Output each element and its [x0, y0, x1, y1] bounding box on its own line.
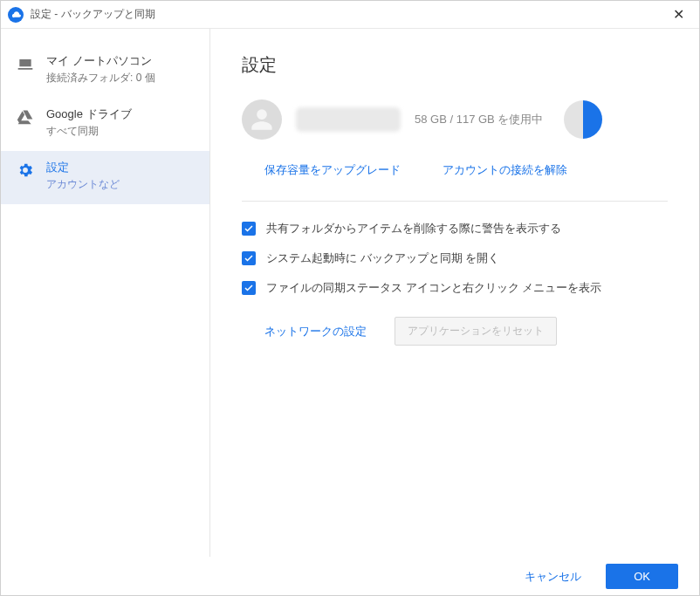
sidebar-item-label: Google ドライブ	[46, 106, 132, 122]
ok-button[interactable]: OK	[606, 564, 678, 589]
storage-pie-icon	[564, 100, 602, 139]
checkbox-open-on-start[interactable]	[242, 251, 256, 265]
page-title: 設定	[242, 53, 668, 77]
reset-app-button: アプリケーションをリセット	[395, 317, 557, 346]
storage-usage-text: 58 GB / 117 GB を使用中	[415, 112, 543, 127]
sidebar-item-laptop[interactable]: マイ ノートパソコン 接続済みフォルダ: 0 個	[1, 45, 209, 98]
account-row: 58 GB / 117 GB を使用中	[242, 99, 668, 140]
drive-icon	[17, 108, 34, 126]
sidebar: マイ ノートパソコン 接続済みフォルダ: 0 個 Google ドライブ すべて…	[1, 29, 210, 557]
checkbox-show-icons[interactable]	[242, 281, 256, 295]
dialog-footer: キャンセル OK	[1, 557, 699, 595]
app-icon	[8, 7, 24, 23]
titlebar: 設定 - バックアップと同期 ✕	[1, 1, 699, 29]
close-button[interactable]: ✕	[664, 1, 692, 29]
sidebar-item-sub: すべて同期	[46, 124, 132, 139]
laptop-icon	[17, 55, 34, 72]
checkbox-row-show-icons: ファイルの同期ステータス アイコンと右クリック メニューを表示	[242, 280, 668, 296]
checkbox-label: 共有フォルダからアイテムを削除する際に警告を表示する	[266, 221, 561, 236]
checkbox-warn-delete[interactable]	[242, 222, 256, 236]
settings-buttons-row: ネットワークの設定 アプリケーションをリセット	[242, 317, 668, 346]
sidebar-item-sub: 接続済みフォルダ: 0 個	[46, 71, 155, 86]
sidebar-item-label: 設定	[46, 160, 120, 175]
divider	[242, 201, 668, 202]
avatar	[242, 99, 282, 140]
checkbox-row-warn-delete: 共有フォルダからアイテムを削除する際に警告を表示する	[242, 221, 668, 236]
sidebar-item-label: マイ ノートパソコン	[46, 53, 155, 69]
window-title: 設定 - バックアップと同期	[31, 7, 664, 22]
gear-icon	[17, 161, 34, 179]
account-links: 保存容量をアップグレード アカウントの接続を解除	[242, 162, 668, 178]
network-settings-button[interactable]: ネットワークの設定	[264, 324, 367, 339]
disconnect-account-link[interactable]: アカウントの接続を解除	[443, 162, 567, 178]
checkbox-row-open-on-start: システム起動時に バックアップと同期 を開く	[242, 250, 668, 266]
account-name-redacted	[296, 107, 401, 132]
checkbox-label: システム起動時に バックアップと同期 を開く	[266, 250, 499, 266]
upgrade-storage-link[interactable]: 保存容量をアップグレード	[264, 162, 401, 178]
sidebar-item-drive[interactable]: Google ドライブ すべて同期	[1, 98, 209, 151]
cancel-button[interactable]: キャンセル	[525, 569, 581, 585]
main-panel: 設定 58 GB / 117 GB を使用中 保存容量をアップグレード アカウン…	[210, 29, 699, 557]
sidebar-item-sub: アカウントなど	[46, 177, 120, 192]
checkbox-label: ファイルの同期ステータス アイコンと右クリック メニューを表示	[266, 280, 601, 296]
sidebar-item-settings[interactable]: 設定 アカウントなど	[1, 151, 209, 204]
